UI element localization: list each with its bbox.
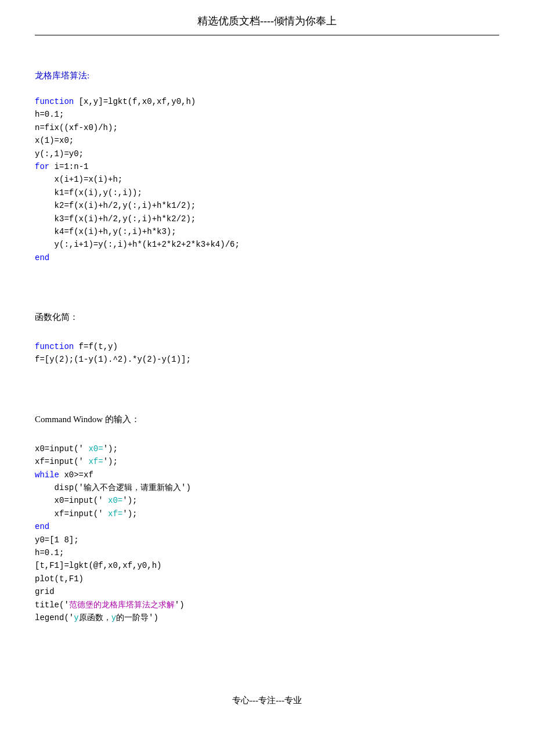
page-footer: 专心---专注---专业 xyxy=(35,695,499,723)
header-title: 精选优质文档----倾情为你奉上 xyxy=(197,15,337,27)
section2-code: function f=f(t,y) f=[y(2);(1-y(1).^2).*y… xyxy=(35,340,499,366)
footer-text: 专心---专注---专业 xyxy=(232,696,302,705)
keyword-while: while xyxy=(35,470,59,480)
var-xf-2: xf= xyxy=(108,509,122,519)
section3-heading: Command Window 的输入： xyxy=(35,414,499,425)
var-x0-1: x0= xyxy=(88,444,103,453)
section2-heading: 函数化简： xyxy=(35,312,499,323)
var-x0-2: x0= xyxy=(108,496,122,505)
var-y2: y xyxy=(111,613,116,622)
section1-code: function [x,y]=lgkt(f,x0,xf,y0,h) h=0.1;… xyxy=(35,95,499,264)
keyword-for: for xyxy=(35,162,49,171)
str-title: 范德堡的龙格库塔算法之求解 xyxy=(69,600,175,610)
keyword-function2: function xyxy=(35,342,74,351)
section3-code: x0=input(' x0='); xf=input(' xf='); whil… xyxy=(35,442,499,624)
keyword-end1: end xyxy=(35,253,49,262)
keyword-end2: end xyxy=(35,522,49,531)
var-xf-1: xf= xyxy=(88,457,103,466)
page-header: 精选优质文档----倾情为你奉上 xyxy=(35,0,499,35)
var-y1: y xyxy=(74,613,78,622)
keyword-function1: function xyxy=(35,97,74,106)
section1-heading: 龙格库塔算法: xyxy=(35,70,499,81)
page-container: 精选优质文档----倾情为你奉上 龙格库塔算法: function [x,y]=… xyxy=(0,0,534,756)
